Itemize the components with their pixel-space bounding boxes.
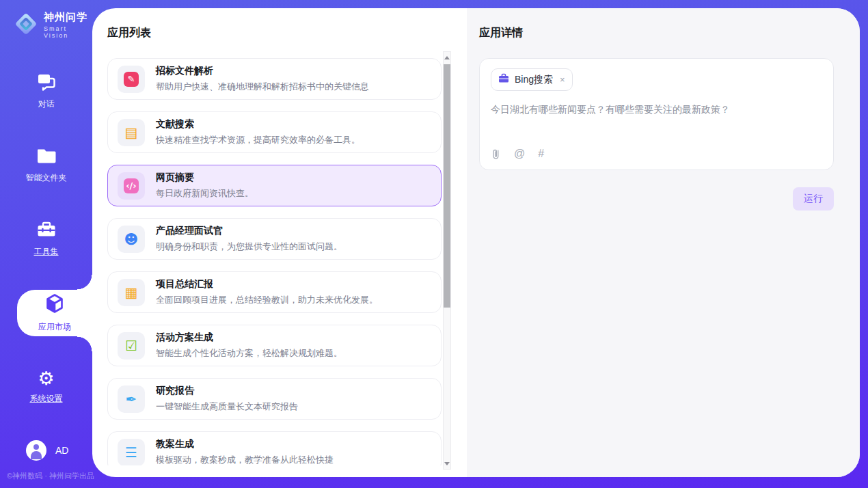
copyright-text: ©神州数码 · 神州问学出品: [7, 471, 94, 481]
sidebar-item-app-market[interactable]: 应用市场: [17, 290, 92, 336]
app-card-title: 文献搜索: [156, 118, 360, 131]
tool-tag-bing-search[interactable]: Bing搜索 ×: [491, 68, 573, 91]
event-plan-icon: ☑: [118, 332, 145, 360]
app-card[interactable]: ☑ 活动方案生成 智能生成个性化活动方案，轻松解决规划难题。: [107, 325, 442, 366]
scrollbar-thumb[interactable]: [444, 64, 450, 308]
app-list-title: 应用列表: [107, 26, 467, 40]
app-card-description: 快速精准查找学术资源，提高研究效率的必备工具。: [156, 134, 360, 146]
sidebar-item-label: 系统设置: [30, 393, 63, 405]
briefcase-icon: [498, 73, 509, 86]
app-card[interactable]: ▤ 文献搜索 快速精准查找学术资源，提高研究效率的必备工具。: [107, 111, 442, 153]
sidebar-item-label: 智能文件夹: [26, 172, 67, 184]
paperclip-icon[interactable]: [491, 148, 501, 160]
sidebar-item-chat[interactable]: 对话: [0, 68, 92, 115]
app-card-description: 明确身份和职责，为您提供专业性的面试问题。: [156, 241, 342, 253]
sidebar: 神州问学 Smart Vision 对话: [0, 0, 92, 488]
tag-close-icon[interactable]: ×: [560, 74, 565, 85]
app-card-description: 一键智能生成高质量长文本研究报告: [156, 401, 298, 413]
brand-name: 神州问学: [44, 11, 92, 24]
app-card[interactable]: ☰ 教案生成 模板驱动，教案秒成，教学准备从此轻松快捷: [107, 431, 442, 465]
folder-icon: [36, 147, 57, 167]
prompt-card[interactable]: Bing搜索 × 今日湖北有哪些新闻要点？有哪些需要关注的最新政策？ @ #: [479, 58, 834, 170]
app-card-description: 智能生成个性化活动方案，轻松解决规划难题。: [156, 347, 342, 360]
scroll-up-arrow-icon[interactable]: [444, 53, 450, 62]
sidebar-item-label: 工具集: [34, 246, 59, 258]
app-list-panel: 应用列表 ✎ 招标文件解析 帮助用户快速、准确地理解和解析招标书中的关键信息 ▤…: [92, 8, 467, 477]
app-card-description: 帮助用户快速、准确地理解和解析招标书中的关键信息: [156, 81, 369, 93]
app-card[interactable]: ✎ 招标文件解析 帮助用户快速、准确地理解和解析招标书中的关键信息: [107, 58, 442, 100]
app-list-scrollbar[interactable]: [443, 51, 451, 470]
web-summary-icon: ‹/›: [118, 172, 145, 200]
app-card-title: 研究报告: [156, 385, 298, 397]
run-button[interactable]: 运行: [793, 187, 834, 211]
lesson-plan-icon: ☰: [118, 439, 145, 466]
app-card-description: 全面回顾项目进展，总结经验教训，助力未来优化发展。: [156, 294, 378, 306]
brand-tagline: Smart Vision: [44, 25, 92, 39]
app-card[interactable]: ▦ 项目总结汇报 全面回顾项目进展，总结经验教训，助力未来优化发展。: [107, 271, 442, 313]
app-card[interactable]: ☻ 产品经理面试官 明确身份和职责，为您提供专业性的面试问题。: [107, 218, 442, 260]
attachment-toolbar: @ #: [491, 148, 822, 161]
project-summary-icon: ▦: [118, 279, 145, 306]
brand-logo: 神州问学 Smart Vision: [14, 11, 92, 39]
sidebar-item-label: 对话: [38, 98, 55, 110]
app-detail-title: 应用详情: [479, 26, 834, 40]
sidebar-item-settings[interactable]: ⚙ 系统设置: [0, 364, 92, 410]
app-card[interactable]: ‹/› 网页摘要 每日政府新闻资讯快查。: [107, 165, 442, 206]
app-card-title: 网页摘要: [156, 172, 254, 184]
literature-search-icon: ▤: [118, 119, 145, 146]
gear-icon: ⚙: [38, 369, 54, 388]
app-card-title: 项目总结汇报: [156, 278, 378, 290]
sidebar-nav: 对话 智能文件夹: [0, 68, 92, 410]
sidebar-item-toolset[interactable]: 工具集: [0, 216, 92, 262]
app-card-title: 招标文件解析: [156, 65, 369, 77]
prompt-text[interactable]: 今日湖北有哪些新闻要点？有哪些需要关注的最新政策？: [491, 103, 822, 148]
diamond-logo-icon: [14, 12, 38, 39]
avatar: [26, 440, 46, 461]
app-detail-panel: 应用详情 Bing搜索 × 今日湖北有哪些新闻要点？有哪些需要关注的最新政策？: [467, 8, 860, 477]
chat-icon: [36, 73, 57, 94]
app-card-title: 活动方案生成: [156, 331, 342, 344]
app-card-title: 产品经理面试官: [156, 225, 342, 237]
sidebar-item-smart-folder[interactable]: 智能文件夹: [0, 142, 92, 189]
hash-icon[interactable]: #: [538, 148, 544, 160]
app-window: 神州问学 Smart Vision 对话: [0, 0, 868, 488]
app-card[interactable]: ✒ 研究报告 一键智能生成高质量长文本研究报告: [107, 378, 442, 420]
user-chip[interactable]: AD: [26, 440, 68, 461]
research-report-icon: ✒: [118, 385, 145, 413]
app-card-title: 教案生成: [156, 438, 334, 450]
sidebar-item-label: 应用市场: [38, 321, 71, 333]
user-initials: AD: [55, 445, 68, 456]
main-panel: 应用列表 ✎ 招标文件解析 帮助用户快速、准确地理解和解析招标书中的关键信息 ▤…: [92, 8, 860, 477]
pm-interviewer-icon: ☻: [118, 226, 145, 253]
app-card-list: ✎ 招标文件解析 帮助用户快速、准确地理解和解析招标书中的关键信息 ▤ 文献搜索…: [107, 58, 442, 465]
at-icon[interactable]: @: [514, 148, 525, 160]
app-card-description: 模板驱动，教案秒成，教学准备从此轻松快捷: [156, 454, 334, 465]
tool-tag-label: Bing搜索: [515, 74, 553, 86]
cube-icon: [44, 293, 65, 316]
app-card-description: 每日政府新闻资讯快查。: [156, 187, 254, 200]
toolbox-icon: [36, 221, 57, 241]
scroll-down-arrow-icon[interactable]: [444, 459, 450, 467]
bid-document-icon: ✎: [118, 66, 145, 93]
